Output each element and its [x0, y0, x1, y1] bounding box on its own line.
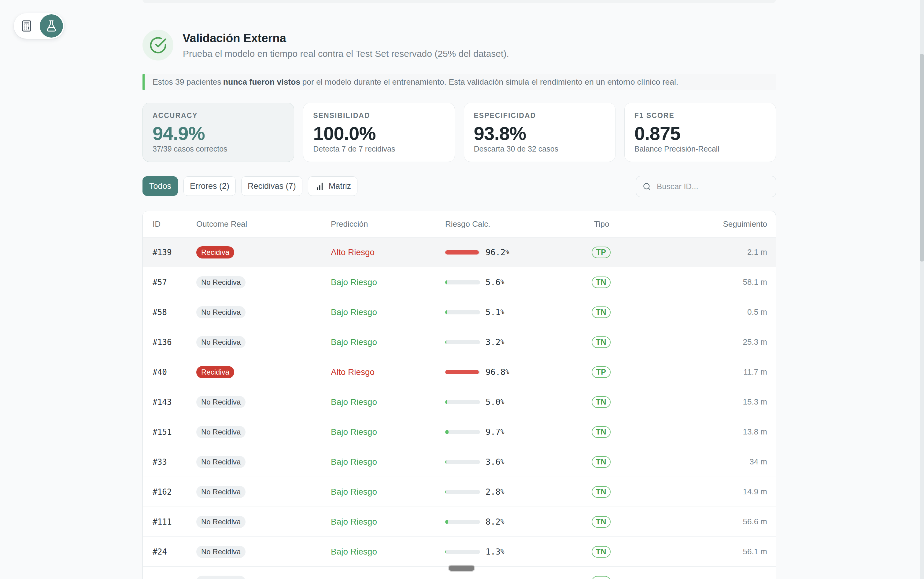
risk-percent: 5.0% — [485, 397, 504, 407]
risk-percent: 96.2% — [485, 247, 510, 257]
cell-outcome: No Recidiva — [196, 396, 331, 408]
outcome-badge: No Recidiva — [196, 546, 246, 558]
risk-percent: 5.1% — [485, 307, 504, 317]
cell-outcome: No Recidiva — [196, 486, 331, 498]
cell-patient-id: #151 — [152, 427, 196, 437]
table-row-139[interactable]: #139RecidivaAlto Riesgo96.2%TP2.1 m — [143, 237, 776, 267]
search-icon — [643, 182, 651, 191]
risk-percent: 3.2% — [485, 337, 504, 347]
risk-bar — [445, 550, 480, 554]
type-badge: TN — [591, 306, 611, 318]
cell-outcome: No Recidiva — [196, 276, 331, 288]
cell-risk: 8.2% — [445, 517, 594, 527]
banner-text-suffix: por el modelo durante el entrenamiento. … — [302, 77, 678, 87]
table-row-57[interactable]: #57No RecidivaBajo Riesgo5.6%TN58.1 m — [143, 267, 776, 297]
cell-followup: 0.5 m — [705, 307, 767, 317]
cell-prediction: Bajo Riesgo — [331, 427, 445, 437]
cell-type: TN — [594, 396, 705, 408]
table-row-24[interactable]: #24No RecidivaBajo Riesgo1.3%TN56.1 m — [143, 537, 776, 567]
cell-risk: 2.8% — [445, 487, 594, 497]
cell-risk: 3.2% — [445, 337, 594, 347]
risk-bar — [445, 340, 480, 344]
cell-patient-id: #24 — [152, 547, 196, 556]
cell-type: TN — [594, 576, 705, 579]
lab-button[interactable] — [40, 15, 63, 38]
table-row-136[interactable]: #136No RecidivaBajo Riesgo3.2%TN25.3 m — [143, 327, 776, 357]
cell-followup: 2.1 m — [705, 247, 767, 257]
risk-percent: 8.2% — [485, 517, 504, 527]
type-badge: TN — [591, 456, 611, 468]
cell-prediction: Bajo Riesgo — [331, 547, 445, 557]
cell-outcome: No Recidiva — [196, 516, 331, 528]
cell-prediction: Bajo Riesgo — [331, 517, 445, 527]
section-status-icon — [143, 29, 174, 61]
filter-button-recidivas-7[interactable]: Recidivas (7) — [241, 176, 302, 196]
outcome-badge: No Recidiva — [196, 306, 246, 318]
cell-type: TN — [594, 456, 705, 468]
filter-button-todos[interactable]: Todos — [143, 176, 178, 196]
risk-bar — [445, 400, 480, 404]
flask-icon — [45, 20, 57, 32]
cell-risk: 9.7% — [445, 427, 594, 437]
cell-outcome: No Recidiva — [196, 576, 331, 579]
cell-followup: 34 m — [705, 457, 767, 466]
cell-followup: 56.6 m — [705, 517, 767, 527]
table-row-151[interactable]: #151No RecidivaBajo Riesgo9.7%TN13.8 m — [143, 417, 776, 447]
metric-card-sensibilidad: SENSIBILIDAD 100.0% Detecta 7 de 7 recid… — [303, 103, 455, 162]
vertical-scrollbar[interactable] — [920, 0, 924, 579]
risk-bar — [445, 280, 480, 285]
risk-bar — [445, 310, 480, 314]
bar-chart-icon — [314, 181, 325, 191]
type-badge: TN — [591, 546, 611, 558]
cell-outcome: No Recidiva — [196, 456, 331, 468]
table-row-40[interactable]: #40RecidivaAlto Riesgo96.8%TP11.7 m — [143, 357, 776, 387]
info-banner: Estos 39 pacientesnunca fueron vistospor… — [143, 74, 776, 90]
type-badge: TP — [591, 366, 611, 378]
metric-card-especificidad: ESPECIFICIDAD 93.8% Descarta 30 de 32 ca… — [464, 103, 616, 162]
page-subtitle: Prueba el modelo en tiempo real contra e… — [183, 49, 509, 59]
type-badge: TN — [591, 396, 611, 408]
cell-followup: 25.3 m — [705, 337, 767, 347]
outcome-badge: No Recidiva — [196, 396, 246, 408]
search-placeholder: Buscar ID... — [657, 182, 698, 191]
risk-percent: 9.7% — [485, 427, 504, 437]
cell-patient-id: #57 — [152, 278, 196, 287]
metric-card-f1-score: F1 SCORE 0.875 Balance Precisión-Recall — [624, 103, 776, 162]
table-row-143[interactable]: #143No RecidivaBajo Riesgo5.0%TN15.3 m — [143, 387, 776, 417]
cell-patient-id: #58 — [152, 307, 196, 317]
risk-percent: 3.6% — [485, 457, 504, 466]
filter-button-label: Errores (2) — [190, 182, 229, 191]
risk-bar — [445, 250, 480, 255]
search-box[interactable]: Buscar ID... — [636, 176, 776, 197]
table-row-58[interactable]: #58No RecidivaBajo Riesgo5.1%TN0.5 m — [143, 297, 776, 327]
previous-section-edge — [143, 0, 776, 3]
cell-type: TP — [594, 247, 705, 258]
column-header-outcome-real: Outcome Real — [196, 219, 331, 229]
scrollbar-thumb[interactable] — [920, 54, 924, 262]
outcome-badge: No Recidiva — [196, 276, 246, 288]
column-header-riesgo-calc: Riesgo Calc. — [445, 219, 594, 229]
cell-prediction: Bajo Riesgo — [331, 397, 445, 407]
scroll-drag-handle[interactable] — [449, 566, 474, 571]
type-badge: TN — [591, 486, 611, 498]
check-circle-icon — [149, 36, 167, 54]
calculator-button[interactable] — [14, 13, 39, 39]
cell-risk: 5.1% — [445, 307, 594, 317]
floating-toolbar — [14, 13, 64, 39]
filter-button-matriz[interactable]: Matriz — [308, 176, 358, 196]
page-title: Validación Externa — [182, 31, 286, 45]
cell-risk: 3.6% — [445, 457, 594, 466]
type-badge: TN — [591, 276, 611, 288]
type-badge: TN — [591, 516, 611, 528]
metric-card-accuracy: ACCURACY 94.9% 37/39 casos correctos — [143, 103, 294, 162]
metric-note: Descarta 30 de 32 casos — [474, 144, 559, 154]
cell-type: TN — [594, 306, 705, 318]
outcome-badge: No Recidiva — [196, 516, 246, 528]
results-table: IDOutcome RealPredicciónRiesgo Calc.Tipo… — [143, 211, 776, 579]
table-row-162[interactable]: #162No RecidivaBajo Riesgo2.8%TN14.9 m — [143, 477, 776, 507]
table-row-111[interactable]: #111No RecidivaBajo Riesgo8.2%TN56.6 m — [143, 507, 776, 537]
cell-outcome: No Recidiva — [196, 336, 331, 348]
filter-button-errores-2[interactable]: Errores (2) — [183, 176, 236, 196]
cell-patient-id: #40 — [152, 368, 196, 377]
table-row-33[interactable]: #33No RecidivaBajo Riesgo3.6%TN34 m — [143, 447, 776, 477]
